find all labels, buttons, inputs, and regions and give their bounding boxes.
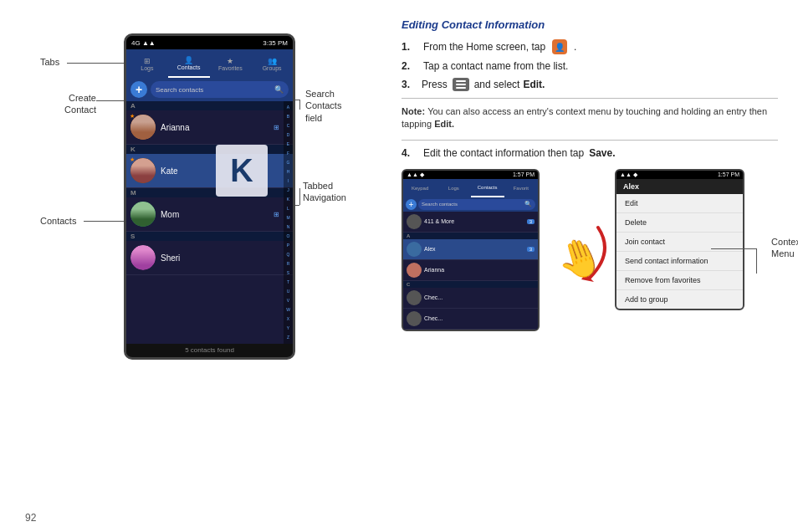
- step3-edit-bold: Edit.: [523, 79, 545, 90]
- alpha-e: E: [287, 142, 289, 147]
- mini-tab-contacts[interactable]: Contacts: [471, 179, 504, 197]
- phone-status-bar: 4G ▲▲ 3:35 PM: [126, 36, 293, 49]
- mini-time-left: 1:57 PM: [513, 171, 535, 178]
- mini-search-input[interactable]: Search contacts 🔍: [418, 199, 535, 210]
- alpha-f: F: [287, 151, 289, 156]
- tabbed-line: [299, 188, 300, 205]
- mini-alex[interactable]: Alex 3: [403, 239, 538, 260]
- note-edit-bold: Edit.: [434, 119, 454, 129]
- tab-favorites[interactable]: ★ Favorites: [210, 49, 252, 78]
- step3-num: 3.: [402, 79, 418, 90]
- contact-name-arianna: Arianna: [161, 123, 189, 132]
- contact-mom[interactable]: Mom ⊞: [126, 197, 293, 232]
- tab-logs[interactable]: ⊞ Logs: [126, 49, 168, 78]
- alpha-r: R: [287, 262, 290, 267]
- section-m: M: [126, 188, 293, 197]
- tab-groups[interactable]: 👥 Groups: [251, 49, 293, 78]
- note-label: Note:: [402, 106, 427, 116]
- mini-tabs-left: Keypad Logs Contacts Favorit: [403, 179, 538, 197]
- contact-name-kate: Kate: [161, 166, 178, 176]
- mini-name-chec1: Chec...: [424, 294, 442, 300]
- step-3: 3. Press and select Edit.: [402, 78, 778, 91]
- mini-time-right: 1:57 PM: [718, 171, 739, 178]
- phone-tabs-bar: ⊞ Logs 👤 Contacts ★ Favorites 👥 Groups: [126, 49, 293, 78]
- alpha-w: W: [286, 308, 290, 313]
- mini-phone-right: ▲▲ ◆ 1:57 PM Alex Edit Delete Join conta…: [615, 169, 744, 310]
- mini-411[interactable]: 411 & More 3: [403, 212, 538, 233]
- step4-num: 4.: [402, 147, 418, 159]
- context-label-hline: [711, 248, 757, 249]
- contact-kate[interactable]: ★ Kate K: [126, 154, 293, 188]
- mini-phone-left: ▲▲ ◆ 1:57 PM Keypad Logs Contacts Favori…: [402, 169, 540, 331]
- groups-icon: 👥: [268, 57, 277, 65]
- alpha-o: O: [287, 234, 290, 239]
- fav-star-arianna: ★: [130, 113, 135, 120]
- contact-name-sheri: Sheri: [161, 253, 180, 263]
- tab-groups-label: Groups: [263, 65, 282, 71]
- contact-name-mom: Mom: [161, 210, 179, 219]
- search-contacts-field[interactable]: Search contacts 🔍: [151, 81, 289, 98]
- tab-favorites-label: Favorites: [218, 65, 243, 71]
- mini-alex-titlebar: Alex: [616, 179, 743, 194]
- mini-badge-alex: 3: [527, 247, 535, 252]
- context-item-add-group[interactable]: Add to group: [616, 290, 743, 309]
- search-line: [299, 100, 300, 110]
- callout-create-contact: CreateContact: [38, 92, 96, 116]
- callout-tabbed-nav: TabbedNavigation: [303, 180, 346, 204]
- note-text: You can also access an entry's context m…: [402, 106, 767, 129]
- search-placeholder-text: Search contacts: [156, 86, 203, 94]
- contact-arianna[interactable]: ★ Arianna ⊞: [126, 110, 293, 145]
- mini-avatar-411: [407, 214, 422, 229]
- fav-star-kate: ★: [130, 156, 135, 163]
- context-item-remove-fav[interactable]: Remove from favorites: [616, 271, 743, 290]
- step1-num: 1.: [402, 41, 418, 53]
- mini-section-c: C: [403, 281, 538, 288]
- mini-avatar-chec1: [407, 290, 422, 305]
- mini-avatar-alex: [407, 242, 422, 257]
- context-item-delete[interactable]: Delete: [616, 213, 743, 233]
- divider: [402, 98, 778, 99]
- alpha-d: D: [287, 133, 290, 138]
- step3-and-select: and select: [474, 79, 520, 90]
- mini-tab-logs[interactable]: Logs: [437, 179, 470, 197]
- add-contact-button[interactable]: +: [130, 81, 147, 98]
- right-panel: Editing Contact Information 1. From the …: [402, 18, 778, 331]
- mini-name-411: 411 & More: [424, 218, 454, 224]
- mini-chec1[interactable]: Chec...: [403, 288, 538, 309]
- tabs-line: [67, 63, 124, 64]
- mini-arianna[interactable]: Arianna: [403, 260, 538, 281]
- mini-name-chec2: Chec...: [424, 315, 442, 321]
- context-label-connector: [756, 248, 757, 274]
- alpha-k: K: [287, 197, 289, 202]
- step2-text: Tap a contact name from the list.: [423, 60, 568, 72]
- alpha-a: A: [287, 105, 289, 110]
- context-item-edit[interactable]: Edit: [616, 194, 743, 213]
- mini-chec2[interactable]: Chec...: [403, 309, 538, 330]
- section-s: S: [126, 232, 293, 241]
- mini-tab-favorites[interactable]: Favorit: [504, 179, 538, 197]
- favorites-icon: ★: [227, 57, 233, 65]
- phone-mockup: 4G ▲▲ 3:35 PM ⊞ Logs 👤 Contacts ★ Favori…: [124, 33, 295, 360]
- k-letter-overlay: K: [216, 145, 268, 197]
- bottom-phones-area: ▲▲ ◆ 1:57 PM Keypad Logs Contacts Favori…: [402, 169, 778, 331]
- divider2: [402, 140, 778, 141]
- alpha-n: N: [287, 225, 290, 230]
- alpha-c: C: [287, 124, 290, 129]
- mini-status-icons: ▲▲ ◆: [407, 171, 424, 178]
- mini-add-btn[interactable]: +: [406, 199, 417, 210]
- contacts-icon: 👤: [184, 56, 193, 64]
- alpha-l: L: [287, 207, 289, 212]
- mini-name-alex: Alex: [424, 246, 436, 252]
- contacts-line: [84, 221, 128, 222]
- section-title: Editing Contact Information: [402, 18, 778, 31]
- alpha-b: B: [287, 115, 289, 120]
- step2-num: 2.: [402, 60, 418, 72]
- alpha-g: G: [287, 161, 290, 166]
- contact-sheri[interactable]: Sheri: [126, 241, 293, 275]
- mini-tab-keypad[interactable]: Keypad: [403, 179, 437, 197]
- tab-contacts[interactable]: 👤 Contacts: [168, 49, 210, 78]
- menu-button-icon: [453, 78, 469, 91]
- context-item-send[interactable]: Send contact information: [616, 252, 743, 271]
- mini-search-row: + Search contacts 🔍: [403, 197, 538, 212]
- contacts-home-icon: 👤: [552, 39, 567, 54]
